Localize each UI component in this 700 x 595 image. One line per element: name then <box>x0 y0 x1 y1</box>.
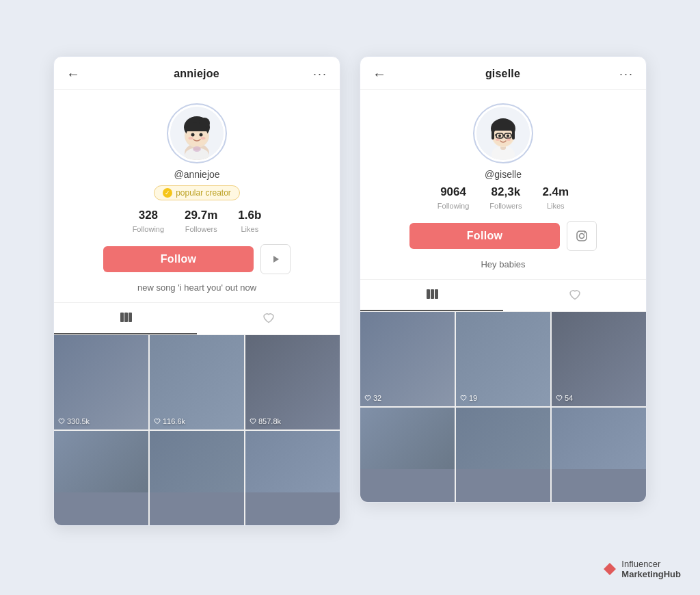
followers-value: 29.7m <box>185 209 217 222</box>
phone2-grid: 32 19 54 <box>360 312 646 502</box>
grid-item-4 <box>54 431 148 525</box>
followers-label: Followers <box>185 225 217 233</box>
svg-point-11 <box>201 137 206 140</box>
likes-value-2: 2.4m <box>542 185 569 199</box>
svg-rect-14 <box>120 313 124 322</box>
followers-label-2: Followers <box>489 202 522 210</box>
grid-item-2-likes: 116.6k <box>154 417 185 425</box>
grid2-item-2: 19 <box>456 312 550 406</box>
phone1-header: ← anniejoe ··· <box>54 57 340 90</box>
following-value-2: 9064 <box>438 185 469 199</box>
popular-creator-badge: ✓ popular creator <box>154 185 240 200</box>
follow-button-2[interactable]: Follow <box>409 223 560 249</box>
svg-rect-39 <box>435 289 438 299</box>
likes-value: 1.6b <box>238 209 261 222</box>
brand-line1: Influencer <box>621 559 681 570</box>
phone2-username: giselle <box>485 68 520 80</box>
svg-marker-13 <box>273 256 279 263</box>
grid2-item-1: 32 <box>360 312 455 406</box>
badge-check-icon: ✓ <box>163 188 172 198</box>
phone-giselle: ← giselle ··· <box>360 56 647 503</box>
svg-point-10 <box>189 137 193 140</box>
svg-line-29 <box>511 135 513 135</box>
svg-point-32 <box>496 138 500 141</box>
brand-name: Influencer MarketingHub <box>621 559 681 580</box>
brand-line2: MarketingHub <box>621 569 681 580</box>
grid-item-5 <box>150 431 244 525</box>
svg-rect-15 <box>124 313 128 322</box>
tab-liked[interactable] <box>197 303 340 334</box>
phone-anniejoe: ← anniejoe ··· <box>53 56 340 526</box>
grid-item-2: 116.6k <box>150 335 244 429</box>
grid-item-3-likes: 857.8k <box>250 417 281 425</box>
follow-button[interactable]: Follow <box>103 246 254 272</box>
svg-point-12 <box>193 146 201 152</box>
likes-label-2: Likes <box>547 202 565 210</box>
back-button-2[interactable]: ← <box>373 66 386 82</box>
avatar-2 <box>473 103 533 163</box>
more-options-button-2[interactable]: ··· <box>619 67 634 81</box>
following-label-2: Following <box>438 202 469 210</box>
svg-marker-40 <box>604 563 616 575</box>
avatar-image <box>170 107 224 160</box>
svg-point-33 <box>507 138 511 141</box>
back-button[interactable]: ← <box>66 66 80 82</box>
svg-point-30 <box>498 134 501 137</box>
grid2-item-3: 54 <box>552 312 646 406</box>
stat-likes: 1.6b Likes <box>238 209 261 235</box>
grid2-item-2-likes: 19 <box>460 394 477 402</box>
video-button[interactable] <box>260 244 291 274</box>
phones-container: ← anniejoe ··· <box>53 56 647 526</box>
instagram-button[interactable] <box>567 221 597 251</box>
tab-grid[interactable] <box>54 303 197 334</box>
phone1-profile: @anniejoe ✓ popular creator 328 Followin… <box>54 90 340 303</box>
svg-rect-38 <box>431 289 434 299</box>
phone1-bio: new song 'i heart you' out now <box>66 282 327 293</box>
phone2-stats: 9064 Following 82,3k Followers 2.4m Like… <box>373 185 634 211</box>
phone2-handle: @giselle <box>373 169 634 180</box>
avatar-image-2 <box>476 107 530 160</box>
following-label: Following <box>133 225 164 233</box>
stat-following-2: 9064 Following <box>438 185 469 211</box>
phone1-tabs <box>54 303 340 335</box>
likes-label: Likes <box>241 225 258 233</box>
phone2-tabs <box>360 280 646 312</box>
stat-likes-2: 2.4m Likes <box>542 185 569 211</box>
phone2-header: ← giselle ··· <box>360 57 646 90</box>
svg-line-28 <box>495 135 496 135</box>
phone1-actions: Follow <box>66 244 327 274</box>
svg-rect-16 <box>129 313 132 322</box>
svg-rect-23 <box>492 129 494 140</box>
tab-liked-2[interactable] <box>503 280 646 311</box>
grid-item-6 <box>245 431 340 525</box>
svg-point-9 <box>200 133 203 136</box>
grid-item-3: 857.8k <box>245 335 340 429</box>
branding: Influencer MarketingHub <box>602 559 681 580</box>
badge-label: popular creator <box>176 188 231 198</box>
followers-value-2: 82,3k <box>489 185 522 199</box>
grid2-item-5 <box>456 408 550 502</box>
svg-point-35 <box>580 233 584 238</box>
svg-point-36 <box>584 232 586 233</box>
svg-point-31 <box>507 134 509 137</box>
stat-followers: 29.7m Followers <box>185 209 217 235</box>
phone1-username: anniejoe <box>174 68 219 80</box>
phone1-grid: 330.5k 116.6k 857.8k <box>54 335 340 525</box>
grid2-item-4 <box>360 408 455 502</box>
more-options-button[interactable]: ··· <box>313 67 327 81</box>
phone2-bio: Hey babies <box>373 259 634 269</box>
avatar <box>167 103 227 163</box>
tab-grid-2[interactable] <box>360 280 503 311</box>
grid-item-1: 330.5k <box>54 335 148 429</box>
grid2-item-3-likes: 54 <box>556 394 573 402</box>
phone1-handle: @anniejoe <box>66 169 327 180</box>
svg-rect-37 <box>427 289 430 299</box>
stat-following: 328 Following <box>133 209 164 235</box>
grid-item-1-likes: 330.5k <box>58 417 90 425</box>
grid2-item-6 <box>552 408 646 502</box>
phone1-stats: 328 Following 29.7m Followers 1.6b Likes <box>66 209 327 235</box>
grid2-item-1-likes: 32 <box>364 394 381 402</box>
svg-rect-24 <box>512 129 515 140</box>
brand-logo-icon <box>602 561 617 577</box>
phone2-profile: @giselle 9064 Following 82,3k Followers … <box>360 90 646 280</box>
